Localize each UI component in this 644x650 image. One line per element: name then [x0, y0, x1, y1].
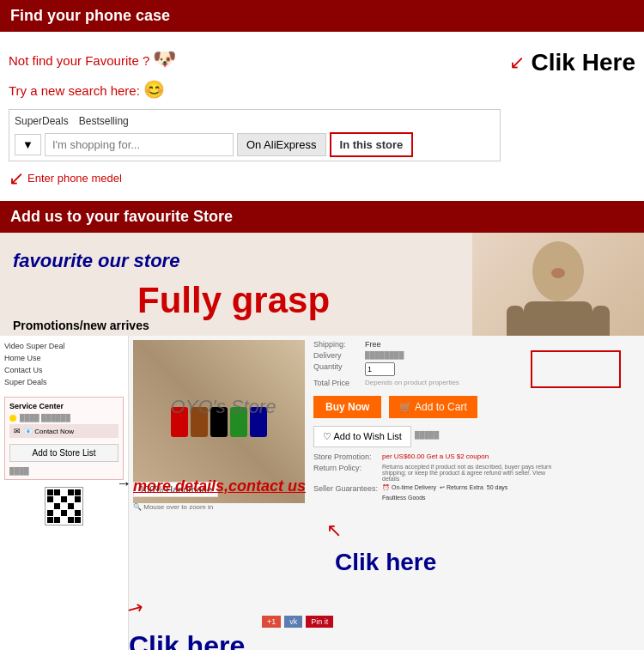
guarantee-ontime: ⏰ On-time Delivery: [382, 484, 436, 491]
sidebar-item[interactable]: Home Use: [4, 352, 124, 364]
return-policy-value: Returns accepted if product not as descr…: [382, 464, 554, 482]
nav-tab-superdeals[interactable]: SuperDeals: [15, 113, 69, 129]
clik-here-area: ↙ Clik Here: [509, 40, 635, 76]
clik-here-bottom: Clik here: [129, 630, 245, 650]
enter-phone-label: Enter phone medel: [27, 170, 122, 187]
oyo-watermark: OYO's Store: [137, 396, 309, 418]
guarantee-faultless: Faultless Goods: [382, 495, 426, 501]
social-row: +1 vk Pin it: [262, 616, 333, 628]
pinterest-btn[interactable]: Pin it: [306, 616, 333, 628]
guarantee-days: 50 days: [487, 484, 508, 491]
shipping-label: Shipping:: [313, 340, 365, 349]
total-price-value: Depends on product properties: [365, 379, 459, 387]
search-input[interactable]: [45, 133, 234, 156]
quantity-label: Quantity: [313, 362, 365, 376]
delivery-label: Delivery: [313, 351, 365, 360]
seller-guarantees-label: Seller Guarantees:: [313, 484, 382, 501]
fully-grasp-text: Fully grasp: [137, 280, 330, 321]
guarantee-returns: ↩ Returns Extra: [440, 484, 483, 491]
delivery-value: ████████: [365, 351, 404, 360]
section1: Find your phone case Not find your Favou…: [0, 0, 644, 201]
btn-aliexpress[interactable]: On AliExpress: [237, 133, 326, 156]
sidebar-item[interactable]: Super Deals: [4, 376, 124, 388]
section2: Add us to your favourite Store favourite…: [0, 201, 644, 650]
service-center-box: Service Center ████ ██████ ✉ 📧 Contact N…: [4, 397, 124, 480]
instruction-line1: Not find your Favourite ?: [9, 53, 149, 68]
btn-instore[interactable]: In this store: [330, 132, 414, 157]
zoom-hint: 🔍 Mouse over to zoom in: [133, 503, 213, 511]
store-page-mockup: Video Super Deal Home Use Contact Us Sup…: [0, 336, 644, 650]
add-to-cart-button[interactable]: 🛒 Add to Cart: [389, 396, 477, 418]
clik-here-right: Clik here: [335, 549, 436, 576]
vk-btn[interactable]: vk: [284, 616, 302, 628]
return-policy-label: Return Policy:: [313, 464, 382, 482]
buy-now-button[interactable]: Buy Now: [313, 396, 381, 418]
search-instruction: Not find your Favourite ? 🐶 Try a new se…: [9, 40, 501, 192]
instruction-line2: Try a new search here:: [9, 83, 140, 98]
quantity-input[interactable]: [365, 362, 395, 376]
qr-code: [45, 487, 83, 525]
store-promo-value: per US$60.00 Get a US $2 coupon: [382, 453, 489, 461]
contact-now-btn[interactable]: ✉ 📧 Contact Now: [9, 424, 118, 438]
section2-title: Add us to your favourite Store: [0, 201, 644, 233]
arrow-contact: →: [116, 475, 131, 493]
shipping-value: Free: [365, 340, 381, 349]
sidebar-item[interactable]: Contact Us: [4, 364, 124, 376]
total-price-label: Total Price: [313, 379, 365, 387]
store-sidebar: Video Super Deal Home Use Contact Us Sup…: [0, 336, 129, 650]
clik-here-right-container: Clik here: [335, 549, 436, 576]
promotions-text: Promotions/new arrives: [13, 319, 149, 332]
category-dropdown[interactable]: ▼: [15, 134, 41, 155]
more-details-text: more details,contact us: [133, 477, 306, 495]
quantity-value: [365, 362, 395, 376]
service-center-title: Service Center: [9, 402, 118, 410]
arrow-wishlist: ↖: [326, 519, 342, 542]
add-to-wishlist-button[interactable]: ♡ Add to Wish List: [313, 426, 411, 447]
google-plus-btn[interactable]: +1: [262, 616, 281, 628]
clik-here-bottom-container: Clik here: [129, 630, 245, 650]
sidebar-item[interactable]: Video Super Deal: [4, 340, 124, 352]
section1-title: Find your phone case: [0, 0, 644, 32]
instruction-area: Not find your Favourite ? 🐶 Try a new se…: [9, 40, 501, 192]
store-promo-label: Store Promotion:: [313, 453, 382, 461]
nav-tab-bestselling[interactable]: Bestselling: [79, 113, 129, 129]
add-to-store-button[interactable]: Add to Store List: [9, 444, 118, 462]
clik-here-label: Clik Here: [532, 49, 635, 76]
favourite-text: favourite our store: [13, 250, 179, 272]
product-details: Shipping: Free Delivery ████████ Quantit…: [313, 340, 640, 503]
svg-point-8: [551, 268, 565, 278]
